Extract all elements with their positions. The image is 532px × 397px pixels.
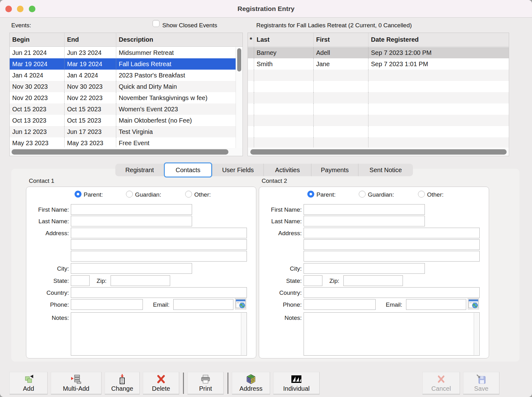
contact2-other-radio[interactable] [418,191,425,198]
event-row[interactable]: Nov 30 2023Nov 30 2023Quick and Dirty Ma… [10,81,236,92]
contact1-zip-field[interactable] [111,275,170,286]
contact2-first-name-field[interactable] [304,204,425,215]
table-cell [248,92,254,103]
contact2-email-button[interactable] [468,298,479,310]
contact1-other-radio[interactable] [185,191,192,198]
contact2-phone-field[interactable] [304,299,376,310]
table-cell [254,115,314,126]
table-cell [254,92,314,103]
contact1-last-name-field[interactable] [71,216,192,226]
events-table: Begin End Description Jun 21 2024Jun 23 … [9,33,243,156]
column-header-begin[interactable]: Begin [10,33,65,46]
registrant-empty-row[interactable] [248,81,509,92]
column-header-first[interactable]: First [314,33,368,46]
show-closed-events-checkbox[interactable] [153,20,159,27]
events-vertical-scrollbar[interactable] [236,47,243,149]
zip-label: Zip: [321,278,339,284]
contact1-city-field[interactable] [71,263,192,274]
cancel-button[interactable]: Cancel [422,372,460,394]
event-row[interactable]: Jan 4 2024Jan 4 20242023 Pastor's Breakf… [10,70,236,81]
table-cell: Nov 20 2023 [10,92,65,103]
contact1-address-line2-field[interactable] [71,239,247,250]
tab-registrant[interactable]: Registrant [115,164,164,176]
event-row[interactable]: Jun 12 2023Jun 17 2023Test Virginia [10,126,236,137]
other-radio-label: Other: [427,191,444,198]
contact1-first-name-field[interactable] [71,204,192,215]
rubik-cube-icon [246,374,256,384]
events-horizontal-scrollbar[interactable] [10,148,243,156]
contact1-address-line1-field[interactable] [71,228,247,238]
individual-button[interactable]: Individual [273,372,320,394]
registrant-row[interactable]: SmithJaneSep 7 2023 1:01 PM [248,58,509,70]
column-header-description[interactable]: Description [116,33,243,46]
contact2-city-field[interactable] [304,263,425,274]
first-name-label: First Name: [28,206,69,213]
registrant-empty-row[interactable] [248,103,509,115]
contact2-address-line1-field[interactable] [304,228,480,238]
contact2-notes-textarea[interactable] [304,312,480,356]
contact2-last-name-field[interactable] [304,216,425,226]
toolbar-separator [183,373,184,394]
contact2-country-field[interactable] [304,287,480,298]
event-row[interactable]: Nov 20 2023Nov 22 2023November Tanksgivn… [10,92,236,103]
table-cell [314,81,368,92]
registrant-empty-row[interactable] [248,70,509,81]
contact1-email-field[interactable] [173,299,233,310]
table-cell [314,126,368,137]
registrant-empty-row[interactable] [248,115,509,126]
contact1-state-field[interactable] [71,275,90,286]
column-header-last[interactable]: Last [254,33,314,46]
registrants-table: * Last First Date Registered BarneyAdell… [248,33,509,156]
event-row[interactable]: May 23 2023May 23 2023Free Event [10,137,236,148]
notes-scrollbar[interactable] [474,313,479,355]
events-horizontal-scrollbar-thumb[interactable] [12,149,228,155]
other-radio-label: Other: [194,191,211,198]
contact1-notes-textarea[interactable] [71,312,247,356]
column-header-star[interactable]: * [248,33,254,46]
contact1-phone-field[interactable] [71,299,143,310]
contact1-panel: Parent: Guardian: Other: First Name: Las… [26,187,256,358]
address-button[interactable]: Address [232,372,270,394]
notes-scrollbar[interactable] [241,313,246,355]
contact1-parent-radio[interactable] [75,191,81,198]
event-row[interactable]: Oct 15 2023Oct 15 2023Women's Event 2023 [10,103,236,115]
notes-label: Notes: [28,315,69,321]
contact1-email-button[interactable] [235,298,246,310]
add-button[interactable]: Add [9,372,48,394]
registrants-horizontal-scrollbar[interactable] [248,148,509,156]
column-header-end[interactable]: End [65,33,116,46]
multi-add-icon [70,374,82,384]
contact2-address-line2-field[interactable] [304,239,480,250]
contact2-guardian-radio[interactable] [359,191,366,198]
registrant-empty-row[interactable] [248,137,509,148]
registrants-horizontal-scrollbar-thumb[interactable] [250,149,507,155]
event-row[interactable]: Jun 21 2024Jun 23 2024Midsummer Retreat [10,47,236,58]
events-vertical-scrollbar-thumb[interactable] [237,48,241,71]
table-cell: Jan 4 2024 [10,70,65,81]
contact2-zip-field[interactable] [343,275,403,286]
tab-activities[interactable]: Activities [263,164,311,176]
contact1-country-field[interactable] [71,287,247,298]
contact2-parent-radio[interactable] [307,191,314,198]
tab-contacts[interactable]: Contacts [164,162,212,177]
address-label: Address: [261,230,302,237]
tab-payments[interactable]: Payments [311,164,358,176]
registrant-row[interactable]: BarneyAdellSep 7 2023 12:00 PM [248,47,509,58]
tab-sent-notice[interactable]: Sent Notice [358,164,413,176]
contact2-address-line3-field[interactable] [304,251,480,262]
contact2-email-field[interactable] [406,299,466,310]
multi-add-button[interactable]: Multi-Add [51,372,102,394]
contact1-address-line3-field[interactable] [71,251,247,262]
save-button[interactable]: Save [463,372,499,394]
event-row[interactable]: Oct 13 2023Oct 15 2023Main Oktoberfest (… [10,115,236,126]
registrant-empty-row[interactable] [248,92,509,103]
change-button[interactable]: Change [105,372,140,394]
print-button[interactable]: Print [187,372,224,394]
contact1-guardian-radio[interactable] [126,191,133,198]
contact2-state-field[interactable] [304,275,322,286]
event-row[interactable]: Mar 19 2024Mar 19 2024Fall Ladies Retrea… [10,58,236,70]
delete-button[interactable]: Delete [143,372,179,394]
column-header-date-registered[interactable]: Date Registered [368,33,509,46]
tab-user-fields[interactable]: User Fields [212,164,263,176]
registrant-empty-row[interactable] [248,126,509,137]
